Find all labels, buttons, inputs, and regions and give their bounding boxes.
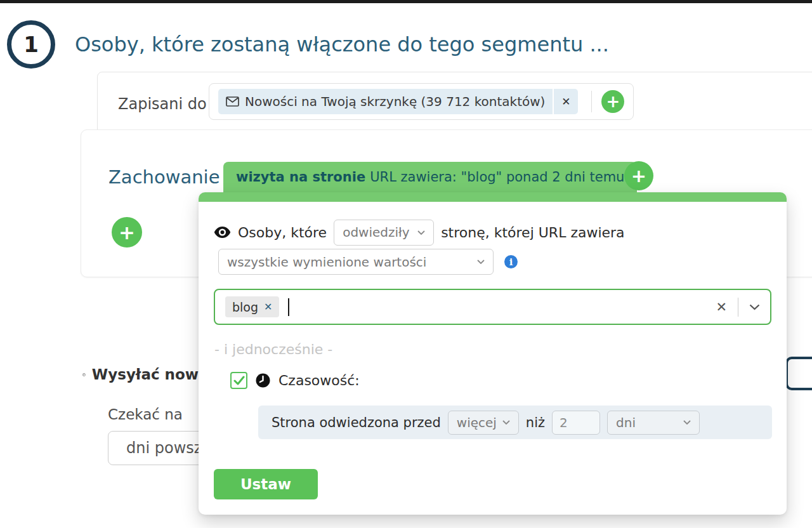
send-row: Wysyłać now — [82, 366, 199, 383]
hidden-action-button[interactable] — [785, 357, 812, 390]
envelope-icon — [226, 96, 239, 107]
top-border-bar — [0, 0, 812, 3]
chevron-down-icon[interactable] — [749, 304, 760, 310]
clock-outline-icon — [82, 367, 86, 382]
condition-popover: Osoby, które odwiedziły stronę, której U… — [199, 192, 787, 515]
divider — [591, 91, 592, 112]
behavior-label: Zachowanie — [108, 166, 219, 188]
add-condition-button[interactable]: + — [624, 161, 653, 190]
step-badge: 1 — [7, 20, 55, 69]
url-values-input[interactable]: blog ✕ ✕ — [214, 289, 771, 325]
match-row: wszystkie wymienione wartości i — [218, 249, 518, 275]
value-input[interactable] — [552, 411, 600, 435]
condition-tab[interactable]: wizyta na stronie URL zawiera: "blog" po… — [223, 162, 637, 192]
who-prefix: Osoby, które — [238, 225, 327, 241]
popover-accent-bar — [199, 192, 787, 202]
clock-icon — [256, 373, 270, 388]
set-button[interactable]: Ustaw — [214, 469, 318, 499]
match-select-value: wszystkie wymienione wartości — [227, 254, 426, 270]
list-chip[interactable]: Nowości na Twoją skrzynkę (39 712 kontak… — [218, 89, 553, 114]
visited-label: Strona odwiedzona przed — [272, 415, 441, 430]
eye-icon — [214, 226, 231, 239]
send-heading: Wysyłać now — [92, 366, 199, 383]
condition-details: URL zawiera: "blog" ponad 2 dni temu — [370, 169, 624, 185]
than-label: niż — [526, 415, 545, 430]
tag-remove-button[interactable]: ✕ — [264, 301, 272, 313]
wait-label: Czekać na — [108, 406, 183, 423]
page-title: Osoby, które zostaną włączone do tego se… — [75, 32, 609, 56]
input-controls: ✕ — [716, 298, 760, 317]
unit-select[interactable]: dni — [607, 411, 700, 435]
chevron-down-icon — [477, 260, 485, 264]
check-icon — [233, 376, 245, 385]
timing-row: Czasowość: — [230, 372, 360, 389]
info-icon[interactable]: i — [504, 255, 518, 268]
list-chip-label: Nowości na Twoją skrzynkę (39 712 kontak… — [245, 94, 545, 109]
chevron-down-icon — [417, 230, 425, 235]
tag-label: blog — [232, 300, 258, 314]
condition-sentence-row: Osoby, które odwiedziły stronę, której U… — [214, 218, 625, 246]
subscribed-label: Zapisani do — [118, 95, 207, 113]
condition-type: wizyta na stronie — [236, 169, 365, 185]
timing-label: Czasowość: — [278, 373, 360, 388]
action-select-value: odwiedziły — [343, 225, 409, 240]
tag-chip[interactable]: blog ✕ — [225, 296, 279, 317]
chevron-down-icon — [683, 420, 691, 425]
chevron-down-icon — [502, 420, 510, 425]
add-list-button[interactable]: + — [601, 90, 624, 113]
remove-list-button[interactable]: ✕ — [554, 89, 578, 114]
timing-checkbox[interactable] — [230, 372, 247, 389]
clear-input-button[interactable]: ✕ — [716, 300, 727, 315]
segment-editor-page: 1 Osoby, które zostaną włączone do tego … — [0, 0, 812, 528]
comparator-select-value: więcej — [457, 415, 497, 430]
match-select[interactable]: wszystkie wymienione wartości — [218, 249, 494, 275]
text-caret — [288, 298, 289, 316]
divider — [738, 298, 738, 317]
and-separator: - i jednocześnie - — [214, 341, 332, 357]
action-select[interactable]: odwiedziły — [334, 220, 434, 246]
add-behavior-button[interactable]: + — [112, 217, 142, 248]
step-number: 1 — [23, 32, 39, 57]
who-suffix: stronę, której URL zawiera — [441, 225, 624, 241]
visited-row: Strona odwiedzona przed więcej niż dni — [258, 406, 772, 439]
unit-select-value: dni — [616, 415, 636, 430]
comparator-select[interactable]: więcej — [448, 411, 519, 435]
list-picker[interactable]: Nowości na Twoją skrzynkę (39 712 kontak… — [209, 83, 634, 120]
